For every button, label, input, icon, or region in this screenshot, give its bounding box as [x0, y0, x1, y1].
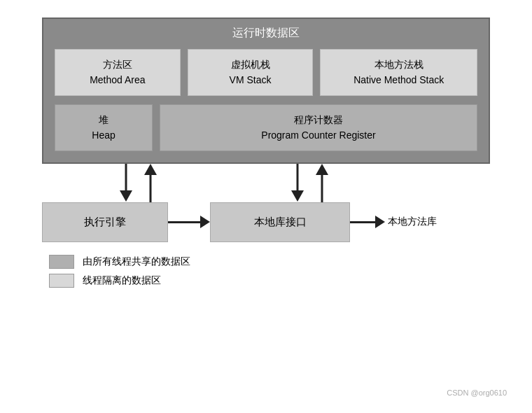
legend-dark-box — [49, 255, 74, 269]
engine-interface-row: 执行引擎 本地库接口 本地方法库 — [42, 202, 490, 242]
method-area-label2: Method Area — [65, 72, 170, 88]
legend-item-1: 由所有线程共享的数据区 — [49, 255, 490, 269]
program-counter-label1: 程序计数器 — [170, 112, 467, 127]
vm-stack-label2: VM Stack — [198, 72, 303, 88]
watermark: CSDN @org0610 — [447, 388, 507, 397]
svg-marker-5 — [291, 190, 304, 202]
native-interface-label: 本地库接口 — [254, 216, 307, 227]
legend: 由所有线程共享的数据区 线程隔离的数据区 — [42, 255, 490, 288]
svg-marker-1 — [120, 190, 132, 202]
engine-to-interface-arrow — [200, 216, 210, 228]
arrows-svg — [42, 164, 490, 202]
heap-label2: Heap — [65, 127, 142, 143]
native-method-stack-label1: 本地方法栈 — [330, 57, 467, 72]
program-counter-box: 程序计数器 Program Counter Register — [160, 104, 477, 151]
engine-box: 执行引擎 — [42, 202, 168, 242]
native-lib-text: 本地方法库 — [388, 216, 437, 228]
native-method-stack-label2: Native Method Stack — [330, 72, 467, 88]
native-method-stack-box: 本地方法栈 Native Method Stack — [320, 49, 477, 96]
svg-marker-3 — [144, 164, 157, 175]
native-interface-box: 本地库接口 — [210, 202, 350, 242]
svg-marker-7 — [316, 164, 328, 175]
heap-box: 堆 Heap — [55, 104, 153, 151]
engine-label: 执行引擎 — [84, 216, 126, 227]
method-area-label1: 方法区 — [65, 57, 170, 72]
runtime-area: 运行时数据区 方法区 Method Area 虚拟机栈 VM Stack 本地方… — [42, 18, 490, 164]
program-counter-label2: Program Counter Register — [170, 127, 467, 143]
vm-stack-label1: 虚拟机栈 — [198, 57, 303, 72]
runtime-title: 运行时数据区 — [55, 26, 477, 41]
legend-label-2: 线程隔离的数据区 — [83, 274, 161, 287]
legend-label-1: 由所有线程共享的数据区 — [83, 255, 190, 268]
vm-stack-box: 虚拟机栈 VM Stack — [188, 49, 314, 96]
legend-light-box — [49, 274, 74, 288]
method-area-box: 方法区 Method Area — [55, 49, 181, 96]
vertical-arrows-container — [42, 164, 490, 202]
interface-to-lib-arrow — [375, 216, 385, 228]
heap-label1: 堆 — [65, 112, 142, 127]
legend-item-2: 线程隔离的数据区 — [49, 274, 490, 288]
